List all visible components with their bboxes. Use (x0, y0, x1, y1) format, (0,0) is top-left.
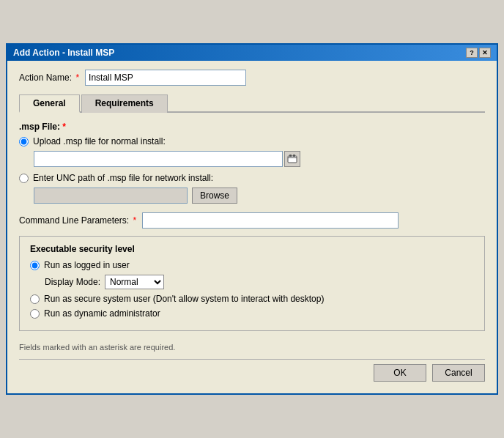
svg-rect-2 (289, 155, 292, 157)
action-name-row: Action Name: * (19, 70, 485, 86)
command-line-required: * (133, 215, 136, 226)
dialog: Add Action - Install MSP ? ✕ Action Name… (6, 43, 498, 395)
title-bar-buttons: ? ✕ (466, 48, 491, 58)
action-name-label: Action Name: * (19, 73, 79, 83)
action-name-required: * (75, 73, 79, 83)
svg-rect-0 (288, 156, 297, 163)
dynamic-admin-radio-row: Run as dynamic administrator (30, 308, 474, 319)
action-name-input[interactable] (85, 70, 246, 86)
display-mode-label: Display Mode: (45, 277, 100, 287)
upload-browse-icon-button[interactable] (284, 151, 300, 167)
command-line-label: Command Line Parameters: * (19, 215, 136, 226)
unc-radio[interactable] (19, 174, 29, 183)
unc-input-row: Browse (34, 188, 485, 204)
upload-radio-label: Upload .msp file for normal install: (33, 136, 166, 146)
help-button[interactable]: ? (466, 48, 478, 58)
tab-bar: General Requirements (19, 93, 485, 113)
upload-path-input[interactable] (34, 151, 283, 167)
svg-rect-1 (288, 157, 297, 158)
display-mode-row: Display Mode: Normal Hidden Minimized (45, 275, 474, 289)
logged-in-radio-row: Run as logged in user (30, 260, 474, 270)
dynamic-admin-radio[interactable] (30, 309, 40, 319)
footer-note: Fields marked with an asterisk are requi… (19, 343, 485, 352)
cancel-button[interactable]: Cancel (432, 364, 485, 382)
tab-general[interactable]: General (19, 94, 80, 113)
svg-rect-3 (293, 155, 295, 157)
display-mode-select[interactable]: Normal Hidden Minimized (105, 275, 164, 289)
logged-in-radio[interactable] (30, 261, 40, 270)
ok-button[interactable]: OK (374, 364, 426, 382)
upload-input-row (34, 151, 485, 167)
dynamic-admin-label: Run as dynamic administrator (44, 308, 160, 319)
button-row: OK Cancel (19, 359, 485, 385)
secure-system-label: Run as secure system user (Don't allow s… (44, 294, 324, 304)
unc-radio-label: Enter UNC path of .msp file for network … (33, 173, 213, 183)
security-group-title: Executable security level (30, 244, 474, 254)
secure-system-radio[interactable] (30, 294, 40, 304)
security-group: Executable security level Run as logged … (19, 236, 485, 331)
command-line-row: Command Line Parameters: * (19, 212, 485, 229)
tab-requirements[interactable]: Requirements (81, 94, 168, 113)
upload-radio-row: Upload .msp file for normal install: (19, 136, 485, 146)
unc-radio-row: Enter UNC path of .msp file for network … (19, 173, 485, 183)
dialog-body: Action Name: * General Requirements .msp… (7, 61, 497, 393)
logged-in-label: Run as logged in user (44, 260, 130, 270)
dialog-title: Add Action - Install MSP (13, 48, 114, 58)
upload-radio[interactable] (19, 137, 29, 146)
title-bar: Add Action - Install MSP ? ✕ (7, 45, 497, 61)
command-line-input[interactable] (142, 212, 399, 229)
unc-browse-button[interactable]: Browse (192, 188, 237, 204)
msp-file-header: .msp File: * (19, 122, 485, 132)
unc-path-input[interactable] (34, 188, 188, 204)
close-button[interactable]: ✕ (479, 48, 491, 58)
secure-system-radio-row: Run as secure system user (Don't allow s… (30, 294, 474, 304)
